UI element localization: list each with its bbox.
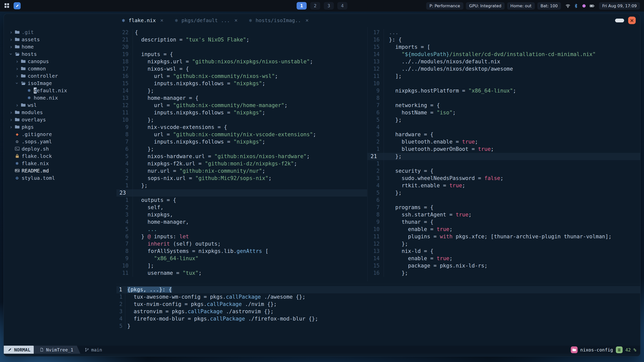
- code-line[interactable]: 19 inputs = {: [116, 51, 367, 58]
- tree-item-gitignore[interactable]: ◆.gitignore: [4, 130, 116, 138]
- code-line[interactable]: 3 nur.url = "github:nix-community/nur";: [116, 167, 367, 175]
- code-line[interactable]: 20: [116, 43, 367, 51]
- tree-item-home[interactable]: ›home: [4, 43, 116, 50]
- code-line[interactable]: 1{pkgs, ...}: {: [116, 286, 640, 293]
- file-tree[interactable]: ›.git›assets›home›hosts›canopus›common›c…: [4, 27, 116, 343]
- tab-pkgs-default[interactable]: ❄pkgs/default ...×: [169, 14, 243, 27]
- code-line[interactable]: 9 thunar = {: [368, 218, 640, 226]
- pane-flake[interactable]: 22{21 description = "tux's NixOS Flake";…: [116, 27, 367, 281]
- pane-pkgs[interactable]: 1{pkgs, ...}: {1 tux-awesome-wm-config =…: [116, 284, 640, 343]
- code-line[interactable]: 14 };: [116, 87, 367, 95]
- window-toggle-button[interactable]: [615, 19, 624, 22]
- code-line[interactable]: 12 };: [368, 240, 640, 248]
- code-line[interactable]: 11 inputs.nixpkgs.follows = "nixpkgs";: [116, 109, 367, 116]
- code-line[interactable]: 7 inherit (self) outputs;: [116, 240, 367, 248]
- code-line[interactable]: 13 ../../modules/nixos/default.nix: [368, 58, 640, 65]
- code-line[interactable]: 15 inputs.nixpkgs.follows = "nixpkgs";: [116, 80, 367, 87]
- wifi-icon[interactable]: [566, 4, 570, 8]
- tree-item-hosts[interactable]: ›hosts: [4, 50, 116, 58]
- code-line[interactable]: 1: [368, 160, 640, 167]
- code-line[interactable]: 1 tux-awesome-wm-config = pkgs.callPacka…: [116, 293, 640, 301]
- tree-item-controller[interactable]: ›controller: [4, 72, 116, 79]
- code-line[interactable]: 21 };: [368, 153, 640, 160]
- code-line[interactable]: 4 rtkit.enable = true;: [368, 182, 640, 189]
- code-line[interactable]: 10: [368, 80, 640, 87]
- code-line[interactable]: 6: [368, 197, 640, 204]
- code-line[interactable]: 3 sudo.wheelNeedsPassword = false;: [368, 175, 640, 182]
- indicator-icon[interactable]: [582, 4, 586, 8]
- code-line[interactable]: 4: [368, 124, 640, 131]
- code-line[interactable]: 1 };: [116, 182, 367, 189]
- tab-hosts-isoimag[interactable]: ❄hosts/isoImag..×: [244, 14, 314, 27]
- pane-default[interactable]: 17...16}: {15 imports = [14 "${modulesPa…: [367, 27, 640, 281]
- code-line[interactable]: 2 tux-nvim-config = pkgs.callPackage ./n…: [116, 301, 640, 308]
- power-profile-module[interactable]: P: Performance: [426, 2, 463, 10]
- battery-icon[interactable]: [590, 4, 594, 8]
- tree-item-flake-nix[interactable]: ❄flake.nix: [4, 160, 116, 167]
- tab-close-icon[interactable]: ×: [305, 18, 309, 23]
- gpu-module[interactable]: GPU: Integrated: [466, 2, 505, 10]
- code-line[interactable]: 8: [368, 95, 640, 102]
- code-line[interactable]: 7 inputs.nixpkgs.follows = "nixpkgs";: [116, 138, 367, 146]
- code-line[interactable]: 15 package = pkgs.nix-ld-rs;: [368, 262, 640, 269]
- tree-item-pkgs[interactable]: ›pkgs: [4, 123, 116, 130]
- tree-item-wsl[interactable]: ›wsl: [4, 101, 116, 109]
- tree-item-common[interactable]: ›common: [4, 65, 116, 72]
- code-line[interactable]: 1 bluetooth.powerOnBoot = true;: [368, 146, 640, 153]
- code-line[interactable]: 1 outputs = {: [116, 197, 367, 204]
- code-line[interactable]: 11 username = "tux";: [116, 269, 367, 277]
- code-line[interactable]: 23: [116, 189, 367, 197]
- workspace-button-1[interactable]: 1: [297, 2, 307, 10]
- code-line[interactable]: 5 ...: [116, 226, 367, 233]
- code-line[interactable]: 3 hardware = {: [368, 131, 640, 138]
- code-line[interactable]: 14 "${modulesPath}/installer/cd-dvd/inst…: [368, 51, 640, 58]
- code-line[interactable]: 3 nixpkgs,: [116, 211, 367, 218]
- code-line[interactable]: 5 };: [368, 116, 640, 124]
- tree-item-isoimage[interactable]: ›isoImage: [4, 79, 116, 87]
- code-line[interactable]: 8 ssh.startAgent = true;: [368, 211, 640, 218]
- tree-item-home-nix[interactable]: ❄home.nix: [4, 94, 116, 101]
- code-line[interactable]: 11 plugins = with pkgs.xfce; [thunar-arc…: [368, 233, 640, 240]
- code-line[interactable]: 9 "x86_64-linux": [116, 255, 367, 262]
- code-line[interactable]: 14 enable = true;: [368, 255, 640, 262]
- tab-flake-nix[interactable]: ❄flake.nix×: [116, 14, 168, 27]
- notes-app-button[interactable]: [14, 2, 21, 9]
- code-line[interactable]: 22{: [116, 29, 367, 36]
- code-line[interactable]: 16}: {: [368, 36, 640, 43]
- code-line[interactable]: 11 ];: [368, 73, 640, 80]
- code-line[interactable]: 9 nix-vscode-extensions = {: [116, 124, 367, 131]
- code-line[interactable]: 12 ../../modules/nixos/desktop/awesome: [368, 65, 640, 73]
- code-line[interactable]: 10 };: [116, 116, 367, 124]
- code-line[interactable]: 12 url = "github:nix-community/home-mana…: [116, 102, 367, 109]
- tree-item-default-nix[interactable]: ❄default.nix: [4, 87, 116, 94]
- workspace-button-4[interactable]: 4: [337, 2, 347, 10]
- code-line[interactable]: 17...: [368, 29, 640, 36]
- code-line[interactable]: 4 firefox-mod-blur = pkgs.callPackage ./…: [116, 315, 640, 323]
- bluetooth-icon[interactable]: [574, 4, 578, 8]
- code-line[interactable]: 2 sops-nix.url = "github:Mic92/sops-nix"…: [116, 175, 367, 182]
- code-line[interactable]: 4 nixpkgs-f2k.url = "github:moni-dz/nixp…: [116, 160, 367, 167]
- code-line[interactable]: 2 self,: [116, 204, 367, 211]
- code-line[interactable]: 18 nixpkgs.url = "github:nixos/nixpkgs/n…: [116, 58, 367, 65]
- code-line[interactable]: 2 security = {: [368, 167, 640, 175]
- tree-item-sops-yaml[interactable]: ⚙.sops.yaml: [4, 138, 116, 145]
- battery-module[interactable]: Bat: 100: [537, 2, 561, 10]
- code-line[interactable]: 6 };: [116, 146, 367, 153]
- launcher-button[interactable]: [4, 3, 10, 9]
- tree-item-modules[interactable]: ›modules: [4, 109, 116, 116]
- code-line[interactable]: 5}: [116, 323, 640, 330]
- code-line[interactable]: 2 bluetooth.enable = true;: [368, 138, 640, 146]
- workspace-button-3[interactable]: 3: [324, 2, 334, 10]
- code-line[interactable]: 21 description = "tux's NixOS Flake";: [116, 36, 367, 43]
- code-line[interactable]: 3 astronvim = pkgs.callPackage ./astronv…: [116, 308, 640, 315]
- code-line[interactable]: 6 } @ inputs: let: [116, 233, 367, 240]
- tab-close-icon[interactable]: ×: [160, 18, 164, 23]
- code-line[interactable]: 17 nixos-wsl = {: [116, 65, 367, 73]
- tab-close-icon[interactable]: ×: [234, 18, 238, 23]
- tree-item-git[interactable]: ›.git: [4, 28, 116, 36]
- code-line[interactable]: 5 nixos-hardware.url = "github:nixos/nix…: [116, 153, 367, 160]
- code-line[interactable]: 10 ];: [116, 262, 367, 269]
- code-line[interactable]: 10 enable = true;: [368, 226, 640, 233]
- code-line[interactable]: 6 hostName = "iso";: [368, 109, 640, 116]
- code-line[interactable]: 7 networking = {: [368, 102, 640, 109]
